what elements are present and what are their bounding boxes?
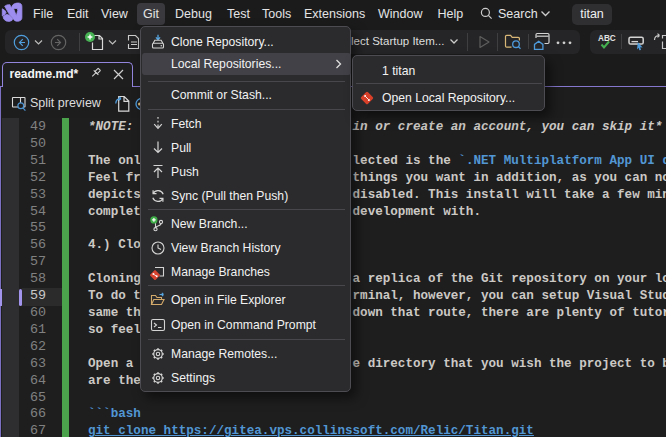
svg-text:ABC: ABC: [598, 34, 616, 43]
